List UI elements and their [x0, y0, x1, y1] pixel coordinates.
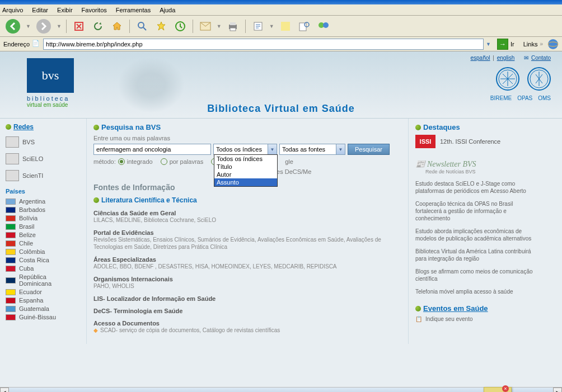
source-select[interactable]: Todas as fontes▼ [279, 144, 345, 155]
opas-link[interactable]: OPAS [517, 95, 532, 101]
address-input[interactable] [43, 39, 484, 50]
lit-item-desc: LILACS, MEDLINE, Biblioteca Cochrane, Sc… [93, 216, 401, 224]
research-button[interactable] [297, 18, 312, 34]
country-item[interactable]: República Dominicana [6, 273, 81, 287]
method-integrado-radio[interactable] [118, 158, 125, 165]
news-item[interactable]: Blogs se afirmam como meios de comunicaç… [415, 268, 537, 282]
svg-rect-8 [230, 28, 236, 31]
lit-item-desc: Revisões Sistemáticas, Ensaios Clínicos,… [93, 236, 401, 251]
toolbar: ▼ ▼ ▼ ▼ [0, 16, 562, 37]
country-item[interactable]: Ecuador [6, 289, 81, 295]
country-item[interactable]: Cuba [6, 265, 81, 272]
index-select[interactable]: Todos os índices▼ Todos os índicesTítulo… [213, 144, 277, 155]
mail-button[interactable] [198, 18, 213, 34]
main-content: Pesquisa na BVS Entre uma ou mais palavr… [86, 119, 409, 344]
bullet-icon [6, 124, 11, 130]
scroll-right-button[interactable]: ► [553, 388, 562, 392]
favorites-button[interactable] [153, 18, 169, 34]
note-button[interactable] [278, 18, 293, 34]
country-item[interactable]: Espanha [6, 297, 81, 304]
country-item[interactable]: Bolívia [6, 215, 81, 221]
back-button[interactable] [3, 17, 22, 36]
lit-item: Ciências da Saúde em GeralLILACS, MEDLIN… [93, 210, 401, 224]
redes-title: Redes [13, 123, 34, 131]
scroll-left-button[interactable]: ◄ [0, 388, 9, 392]
lang-en-link[interactable]: english [497, 55, 515, 61]
search-title: Pesquisa na BVS [101, 123, 161, 131]
lit-item-title[interactable]: DeCS- Terminologia em Saúde [93, 308, 401, 314]
country-item[interactable]: Belize [6, 232, 81, 238]
news-item[interactable]: Estudo aborda implicações econômicas de … [415, 228, 537, 242]
news-item[interactable]: Cooperação técnica da OPAS no Brasil for… [415, 200, 537, 222]
dropdown-option[interactable]: Todos os índices [214, 155, 277, 163]
country-item[interactable]: Costa Rica [6, 257, 81, 263]
menu-arquivo[interactable]: Arquivo [2, 7, 23, 13]
page-header: español | english ✉ Contato bvs bibliote… [0, 51, 562, 119]
contact-link[interactable]: Contato [531, 55, 551, 61]
news-item[interactable]: Telefonia móvel amplia acesso à saúde [415, 288, 537, 295]
lit-item-title[interactable]: Ciências da Saúde em Geral [93, 210, 401, 216]
country-item[interactable]: Guatemala [6, 305, 81, 312]
bireme-link[interactable]: BIREME [490, 95, 512, 101]
country-item[interactable]: Colômbia [6, 248, 81, 255]
calendar-icon: 📋 [415, 316, 422, 322]
issi-link[interactable]: 12th. ISSI Conference [440, 138, 500, 145]
svg-point-15 [548, 39, 558, 49]
lit-item-title[interactable]: Áreas Especializadas [93, 256, 401, 263]
menu-editar[interactable]: Editar [32, 7, 48, 13]
links-label[interactable]: Links [523, 41, 538, 48]
refresh-button[interactable] [90, 18, 106, 34]
svg-point-0 [6, 19, 20, 34]
country-item[interactable]: Brasil [6, 223, 81, 230]
country-item[interactable]: Argentina [6, 198, 81, 205]
network-item[interactable]: ScienTI [6, 170, 81, 181]
bireme-logo-icon[interactable] [496, 67, 519, 91]
lit-item-title[interactable]: Organismos Internacionais [93, 276, 401, 282]
lit-item-title[interactable]: LIS- Localizador de Informação em Saúde [93, 295, 401, 302]
menu-exibir[interactable]: Exibir [57, 7, 73, 13]
indique-evento-link[interactable]: Indique seu evento [425, 316, 473, 322]
postit-note[interactable]: × [484, 387, 512, 392]
network-item[interactable]: SciELO [6, 153, 81, 164]
lang-es-link[interactable]: español [471, 55, 490, 61]
who-logo-icon[interactable] [527, 67, 551, 91]
forward-button[interactable] [34, 17, 53, 36]
search-input[interactable] [93, 144, 211, 155]
lit-item-desc: PAHO, WHOLIS [93, 282, 401, 290]
lit-item-title[interactable]: Acesso a Documentos [93, 320, 401, 327]
news-item[interactable]: Estudo destaca SciELO e J-Stage como pla… [415, 180, 537, 195]
history-button[interactable] [172, 18, 188, 34]
search-button[interactable]: Pesquisar [348, 144, 390, 155]
lit-item-title[interactable]: Portal de Evidências [93, 229, 401, 236]
network-item[interactable]: BVS [6, 136, 81, 148]
country-item[interactable]: Guiné-Bissau [6, 314, 81, 320]
news-item[interactable]: Biblioteca Virtual da América Latina con… [415, 248, 537, 262]
method-palavras-radio[interactable] [161, 158, 167, 165]
stop-button[interactable] [71, 18, 87, 34]
search-label: Entre uma ou mais palavras [93, 135, 401, 141]
country-item[interactable]: Barbados [6, 206, 81, 213]
menu-ajuda[interactable]: Ajuda [160, 7, 175, 13]
horizontal-scrollbar[interactable]: ◄ ► [0, 387, 562, 392]
address-bar: Endereço 📄 ▼ → Ir Links » [0, 37, 562, 51]
dropdown-option[interactable]: Título [214, 163, 277, 171]
country-item[interactable]: Chile [6, 240, 81, 247]
page-icon: 📄 [32, 40, 41, 49]
dropdown-option[interactable]: Assunto [214, 178, 277, 186]
menu-ferramentas[interactable]: Ferramentas [116, 7, 151, 13]
svg-rect-11 [299, 23, 306, 31]
postit-close-icon[interactable]: × [502, 385, 509, 392]
svg-rect-10 [281, 22, 290, 31]
search-button[interactable] [134, 18, 150, 34]
go-button[interactable]: → [497, 39, 508, 50]
print-button[interactable] [225, 18, 241, 34]
bvs-logo[interactable]: bvs biblioteca virtual em saúde [27, 58, 83, 108]
home-button[interactable] [109, 18, 125, 34]
rss-icon: 📰 [415, 159, 425, 169]
dropdown-option[interactable]: Autor [214, 171, 277, 178]
menu-favoritos[interactable]: Favoritos [82, 7, 107, 13]
edit-button[interactable] [250, 18, 266, 34]
oms-link[interactable]: OMS [538, 95, 551, 101]
svg-rect-7 [230, 22, 236, 25]
messenger-button[interactable] [316, 18, 331, 34]
